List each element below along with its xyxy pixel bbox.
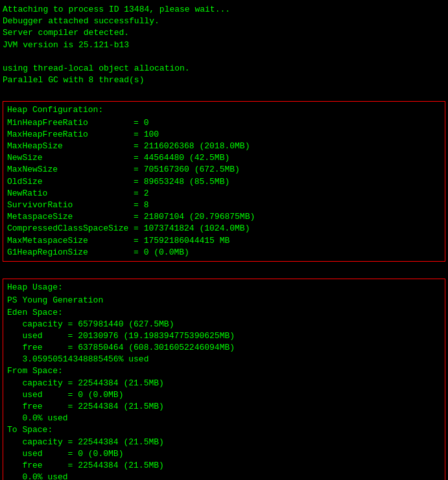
line-empty1 [3,51,445,63]
heap-usage-line-6: From Space: [7,365,441,377]
heap-config-row-7: SurvivorRatio = 8 [7,200,441,211]
heap-config-section: Heap Configuration: MinHeapFreeRatio = 0… [3,101,445,262]
heap-usage-line-14: free = 22544384 (21.5MB) [7,460,441,472]
heap-usage-line-4: free = 637850464 (608.3016052246094MB) [7,342,441,354]
line-attaching: Attaching to process ID 13484, please wa… [3,4,445,16]
heap-usage-line-2: capacity = 657981440 (627.5MB) [7,319,441,330]
heap-usage-header: Heap Usage: [7,282,441,293]
heap-usage-line-10: 0.0% used [7,413,441,424]
heap-config-row-10: MaxMetaspaceSize = 17592186044415 MB [7,235,441,247]
heap-config-row-11: G1HeapRegionSize = 0 (0.0MB) [7,247,441,258]
heap-config-row-5: OldSize = 89653248 (85.5MB) [7,176,441,188]
line-using: using thread-local object allocation. [3,63,445,74]
heap-config-row-4: MaxNewSize = 705167360 (672.5MB) [7,164,441,176]
heap-config-row-8: MetaspaceSize = 21807104 (20.796875MB) [7,211,441,223]
heap-usage-line-1: Eden Space: [7,307,441,319]
terminal-output: Attaching to process ID 13484, please wa… [3,4,445,480]
line-debugger: Debugger attached successfully. [3,16,445,27]
line-empty3 [3,264,445,276]
heap-config-row-9: CompressedClassSpaceSize = 1073741824 (1… [7,223,441,234]
heap-usage-line-9: free = 22544384 (21.5MB) [7,401,441,413]
heap-config-row-6: NewRatio = 2 [7,188,441,200]
line-jvm: JVM version is 25.121-b13 [3,40,445,51]
heap-config-row-0: MinHeapFreeRatio = 0 [7,117,441,129]
heap-usage-line-5: 3.05950514348885456% used [7,354,441,365]
heap-usage-line-7: capacity = 22544384 (21.5MB) [7,378,441,389]
heap-config-row-3: NewSize = 44564480 (42.5MB) [7,152,441,164]
line-parallel: Parallel GC with 8 thread(s) [3,74,445,86]
heap-usage-section: Heap Usage: PS Young Generation Eden Spa… [3,279,445,480]
line-empty2 [3,86,445,98]
heap-usage-line-11: To Space: [7,424,441,436]
line-server: Server compiler detected. [3,27,445,39]
heap-config-row-1: MaxHeapFreeRatio = 100 [7,129,441,141]
heap-usage-line-12: capacity = 22544384 (21.5MB) [7,437,441,448]
heap-usage-line-0: PS Young Generation [7,295,441,306]
heap-usage-line-8: used = 0 (0.0MB) [7,389,441,401]
heap-usage-line-15: 0.0% used [7,472,441,480]
heap-config-header: Heap Configuration: [7,104,441,116]
heap-config-row-2: MaxHeapSize = 2116026368 (2018.0MB) [7,141,441,152]
heap-usage-line-3: used = 20130976 (19.198394775390625MB) [7,330,441,342]
heap-usage-line-13: used = 0 (0.0MB) [7,448,441,460]
